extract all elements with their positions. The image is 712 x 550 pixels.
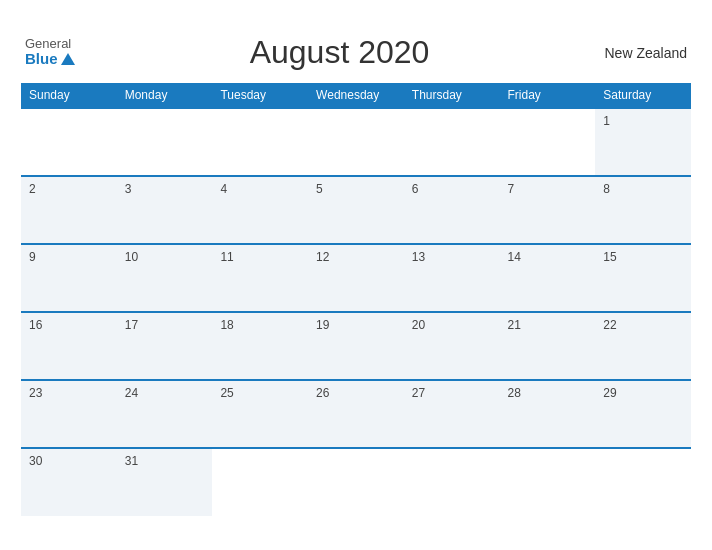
day-number: 9 (29, 250, 36, 264)
day-number: 17 (125, 318, 138, 332)
calendar-day-cell (21, 108, 117, 176)
calendar-day-cell (404, 448, 500, 516)
calendar-week-row: 2345678 (21, 176, 691, 244)
calendar-day-cell: 13 (404, 244, 500, 312)
col-sunday: Sunday (21, 83, 117, 108)
calendar-week-row: 1 (21, 108, 691, 176)
calendar-day-cell: 31 (117, 448, 213, 516)
calendar-day-cell: 20 (404, 312, 500, 380)
calendar-day-cell: 8 (595, 176, 691, 244)
day-number: 2 (29, 182, 36, 196)
calendar-wrapper: General Blue August 2020 New Zealand Sun… (11, 24, 701, 526)
calendar-day-cell: 30 (21, 448, 117, 516)
day-number: 18 (220, 318, 233, 332)
calendar-day-cell: 14 (500, 244, 596, 312)
calendar-day-cell: 21 (500, 312, 596, 380)
calendar-day-cell (500, 108, 596, 176)
calendar-day-cell: 27 (404, 380, 500, 448)
calendar-day-cell: 28 (500, 380, 596, 448)
calendar-day-cell: 24 (117, 380, 213, 448)
day-number: 13 (412, 250, 425, 264)
calendar-day-cell: 22 (595, 312, 691, 380)
day-number: 20 (412, 318, 425, 332)
col-friday: Friday (500, 83, 596, 108)
logo: General Blue (25, 37, 75, 68)
day-number: 12 (316, 250, 329, 264)
calendar-title: August 2020 (75, 34, 605, 71)
day-number: 7 (508, 182, 515, 196)
calendar-day-cell (404, 108, 500, 176)
calendar-day-cell (117, 108, 213, 176)
calendar-day-cell (212, 108, 308, 176)
calendar-day-cell: 19 (308, 312, 404, 380)
calendar-day-cell: 2 (21, 176, 117, 244)
calendar-day-cell: 11 (212, 244, 308, 312)
day-number: 11 (220, 250, 233, 264)
day-number: 24 (125, 386, 138, 400)
col-wednesday: Wednesday (308, 83, 404, 108)
calendar-day-cell: 4 (212, 176, 308, 244)
calendar-day-cell: 23 (21, 380, 117, 448)
day-number: 1 (603, 114, 610, 128)
day-number: 31 (125, 454, 138, 468)
calendar-week-row: 3031 (21, 448, 691, 516)
calendar-day-cell: 9 (21, 244, 117, 312)
calendar-week-row: 23242526272829 (21, 380, 691, 448)
day-number: 21 (508, 318, 521, 332)
calendar-day-cell (595, 448, 691, 516)
day-number: 15 (603, 250, 616, 264)
day-number: 14 (508, 250, 521, 264)
calendar-day-cell (308, 108, 404, 176)
day-number: 26 (316, 386, 329, 400)
logo-general-text: General (25, 37, 71, 51)
calendar-day-cell: 15 (595, 244, 691, 312)
day-number: 23 (29, 386, 42, 400)
logo-triangle-icon (61, 53, 75, 65)
col-thursday: Thursday (404, 83, 500, 108)
calendar-day-cell (212, 448, 308, 516)
calendar-header-row: Sunday Monday Tuesday Wednesday Thursday… (21, 83, 691, 108)
calendar-day-cell: 12 (308, 244, 404, 312)
calendar-day-cell: 3 (117, 176, 213, 244)
calendar-day-cell: 17 (117, 312, 213, 380)
calendar-day-cell: 25 (212, 380, 308, 448)
day-number: 3 (125, 182, 132, 196)
calendar-day-cell: 10 (117, 244, 213, 312)
logo-blue-text: Blue (25, 51, 75, 68)
calendar-day-cell: 16 (21, 312, 117, 380)
calendar-day-cell: 7 (500, 176, 596, 244)
calendar-body: 1234567891011121314151617181920212223242… (21, 108, 691, 516)
day-number: 28 (508, 386, 521, 400)
calendar-day-cell: 5 (308, 176, 404, 244)
day-number: 22 (603, 318, 616, 332)
day-number: 29 (603, 386, 616, 400)
calendar-day-cell: 18 (212, 312, 308, 380)
col-saturday: Saturday (595, 83, 691, 108)
day-number: 5 (316, 182, 323, 196)
col-tuesday: Tuesday (212, 83, 308, 108)
col-monday: Monday (117, 83, 213, 108)
day-number: 25 (220, 386, 233, 400)
calendar-day-cell: 26 (308, 380, 404, 448)
day-number: 30 (29, 454, 42, 468)
calendar-day-cell: 1 (595, 108, 691, 176)
day-number: 8 (603, 182, 610, 196)
day-number: 10 (125, 250, 138, 264)
calendar-day-cell (500, 448, 596, 516)
day-number: 6 (412, 182, 419, 196)
weekday-header-row: Sunday Monday Tuesday Wednesday Thursday… (21, 83, 691, 108)
day-number: 4 (220, 182, 227, 196)
day-number: 19 (316, 318, 329, 332)
calendar-day-cell: 29 (595, 380, 691, 448)
day-number: 16 (29, 318, 42, 332)
calendar-table: Sunday Monday Tuesday Wednesday Thursday… (21, 83, 691, 516)
country-label: New Zealand (605, 45, 688, 61)
calendar-header: General Blue August 2020 New Zealand (21, 34, 691, 71)
calendar-day-cell: 6 (404, 176, 500, 244)
calendar-week-row: 16171819202122 (21, 312, 691, 380)
day-number: 27 (412, 386, 425, 400)
calendar-day-cell (308, 448, 404, 516)
calendar-week-row: 9101112131415 (21, 244, 691, 312)
